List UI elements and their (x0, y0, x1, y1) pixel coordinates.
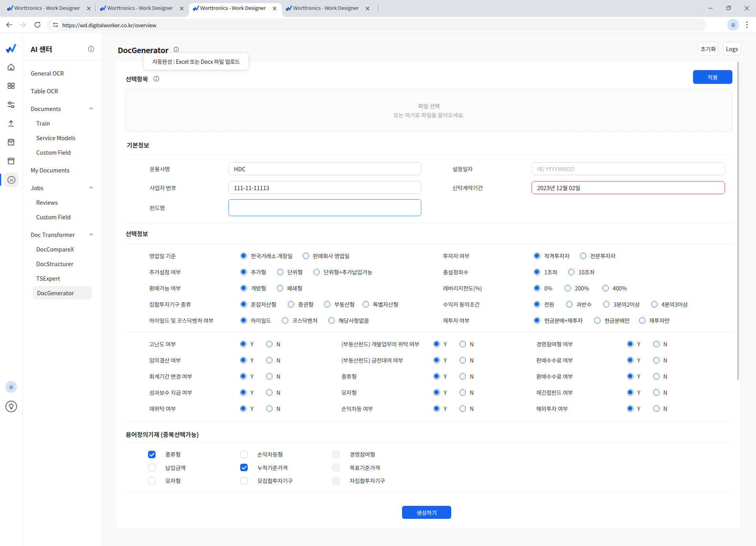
svg-text:AI: AI (9, 177, 13, 183)
